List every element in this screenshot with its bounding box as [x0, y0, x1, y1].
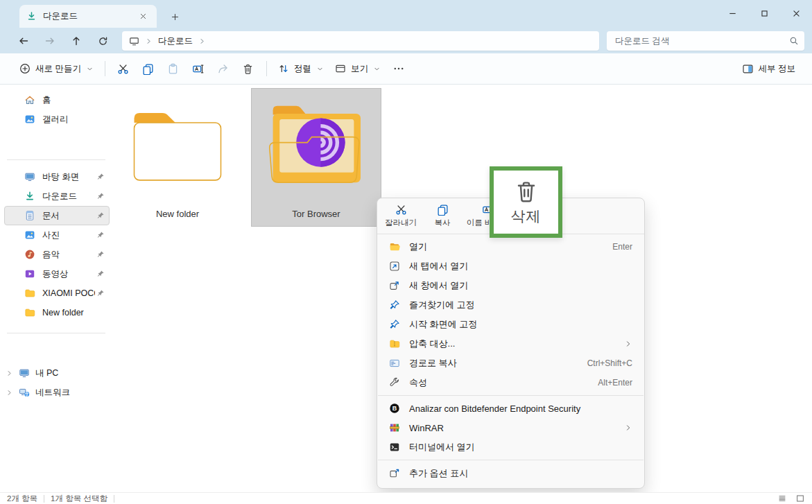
- sidebar-item-documents[interactable]: 문서: [4, 206, 110, 225]
- file-tile-new-folder[interactable]: New folder: [122, 87, 233, 226]
- scissors-icon: [117, 63, 129, 75]
- chevron-right-icon[interactable]: [6, 370, 13, 377]
- close-button[interactable]: [780, 0, 812, 26]
- menu-item-open-new-window[interactable]: 새 창에서 열기: [380, 276, 641, 295]
- address-bar[interactable]: 다운로드: [122, 31, 599, 51]
- new-tab-button[interactable]: [166, 8, 183, 25]
- details-button[interactable]: 세부 정보: [739, 59, 798, 79]
- selected-count: 1개 항목 선택함: [51, 494, 107, 504]
- menu-item-label: WinRAR: [409, 423, 444, 433]
- menu-item-pin-start[interactable]: 시작 화면에 고정: [380, 315, 641, 334]
- command-toolbar: 새로 만들기 정렬 보기 세부 정보: [0, 53, 812, 85]
- share-button[interactable]: [211, 58, 236, 80]
- sidebar-item-downloads[interactable]: 다운로드: [4, 186, 110, 206]
- close-icon: [791, 8, 802, 19]
- status-divider: [44, 495, 44, 503]
- close-icon: [139, 12, 148, 21]
- paste-button[interactable]: [161, 58, 186, 80]
- menu-item-show-more-options[interactable]: 추가 옵션 표시: [380, 463, 641, 484]
- copy-button[interactable]: [136, 58, 161, 80]
- view-button[interactable]: 보기: [329, 59, 386, 79]
- sidebar-item-desktop[interactable]: 바탕 화면: [4, 167, 110, 186]
- search-box[interactable]: [607, 31, 804, 51]
- sort-icon: [278, 63, 289, 74]
- rename-button[interactable]: [186, 58, 211, 80]
- pc-icon: [19, 367, 30, 379]
- refresh-icon: [98, 36, 108, 46]
- folder-icon: [126, 96, 230, 200]
- sidebar-item-my-pc[interactable]: 내 PC: [1, 363, 110, 383]
- view-icon: [335, 63, 346, 74]
- cut-button[interactable]: [111, 58, 136, 80]
- pin-outline-icon: [389, 299, 400, 311]
- zip-folder-icon: [389, 338, 400, 349]
- copy-icon: [437, 204, 449, 216]
- home-icon: [24, 94, 35, 105]
- sidebar-divider: [7, 159, 105, 160]
- sort-button[interactable]: 정렬: [273, 59, 329, 79]
- sidebar-item-music[interactable]: 음악: [4, 245, 110, 264]
- sidebar-item-network[interactable]: 네트워크: [1, 383, 110, 402]
- search-input[interactable]: [614, 35, 789, 46]
- menu-item-winrar[interactable]: WinRAR: [380, 418, 641, 437]
- explorer-tab[interactable]: 다운로드: [19, 5, 157, 28]
- cut-quick-button[interactable]: 잘라내기: [380, 200, 422, 232]
- menu-item-properties[interactable]: 속성 Alt+Enter: [380, 373, 641, 392]
- pin-outline-icon: [389, 319, 400, 330]
- forward-button[interactable]: [40, 31, 60, 51]
- download-icon: [26, 11, 37, 21]
- chevron-right-icon: [624, 424, 632, 432]
- more-options-icon: [389, 468, 400, 479]
- refresh-button[interactable]: [93, 31, 112, 51]
- menu-item-label: 추가 옵션 표시: [409, 467, 468, 480]
- paste-icon: [167, 63, 179, 75]
- sidebar-item-videos[interactable]: 동영상: [4, 264, 110, 284]
- pin-icon: [96, 192, 105, 200]
- menu-item-copy-path[interactable]: 경로로 복사 Ctrl+Shift+C: [380, 354, 641, 373]
- new-button[interactable]: 새로 만들기: [14, 59, 99, 79]
- status-divider: [114, 495, 114, 503]
- list-view-icon[interactable]: [777, 494, 787, 503]
- copy-quick-button[interactable]: 복사: [422, 200, 463, 232]
- menu-item-pin-favorites[interactable]: 즐겨찾기에 고정: [380, 295, 641, 315]
- menu-item-bitdefender-scan[interactable]: Analizar con Bitdefender Endpoint Securi…: [380, 399, 641, 418]
- menu-item-open-terminal[interactable]: 터미널에서 열기: [380, 437, 641, 457]
- more-button[interactable]: [386, 58, 411, 80]
- up-button[interactable]: [67, 31, 86, 51]
- document-icon: [24, 210, 35, 221]
- delete-highlight-annotation[interactable]: 삭제: [490, 166, 562, 238]
- menu-item-open-new-tab[interactable]: 새 탭에서 열기: [380, 257, 641, 276]
- chevron-down-icon: [316, 65, 324, 73]
- sidebar-item-new-folder[interactable]: New folder: [4, 303, 110, 322]
- sidebar-item-xiaomi-poco[interactable]: XIAOMI POCO F: [4, 284, 110, 303]
- file-tile-tor-browser[interactable]: Tor Browser: [251, 88, 381, 227]
- maximize-button[interactable]: [748, 0, 780, 26]
- tor-browser-folder-icon: [261, 94, 372, 200]
- navigation-sidebar: 홈 갤러리 바탕 화면 다운로드 문서 사진 음악: [0, 85, 115, 492]
- quick-action-label: 복사: [435, 218, 451, 228]
- pin-icon: [96, 231, 105, 239]
- breadcrumb-item[interactable]: 다운로드: [158, 35, 193, 47]
- menu-item-open[interactable]: 열기 Enter: [380, 237, 641, 257]
- gallery-icon: [24, 114, 35, 125]
- minimize-button[interactable]: [716, 0, 748, 26]
- large-icons-view-icon[interactable]: [795, 494, 805, 503]
- menu-shortcut: Ctrl+Shift+C: [587, 358, 632, 368]
- arrow-left-icon: [18, 35, 29, 46]
- sidebar-item-gallery[interactable]: 갤러리: [4, 110, 110, 129]
- delete-button[interactable]: [236, 58, 261, 80]
- sidebar-item-label: 동영상: [42, 268, 69, 280]
- music-icon: [24, 249, 35, 260]
- sidebar-item-home[interactable]: 홈: [4, 90, 110, 110]
- sidebar-item-label: 내 PC: [35, 367, 58, 379]
- chevron-down-icon: [373, 65, 381, 73]
- tab-close-button[interactable]: [136, 10, 150, 24]
- chevron-right-icon[interactable]: [6, 389, 13, 397]
- chevron-right-icon: [198, 37, 206, 45]
- sidebar-item-pictures[interactable]: 사진: [4, 225, 110, 245]
- menu-divider: [378, 460, 643, 460]
- network-icon: [19, 387, 30, 398]
- back-button[interactable]: [14, 31, 33, 51]
- details-button-label: 세부 정보: [759, 63, 795, 75]
- menu-item-compress[interactable]: 압축 대상...: [380, 334, 641, 354]
